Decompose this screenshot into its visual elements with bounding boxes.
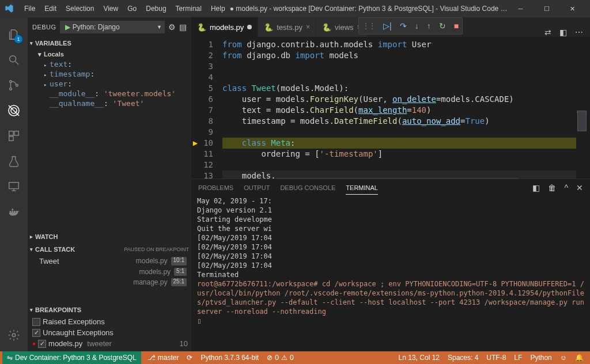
activity-debug-icon[interactable] xyxy=(0,98,28,123)
callstack-frame[interactable]: Tweetmodels.py10:1 xyxy=(28,256,191,267)
window-maximize-icon[interactable]: ☐ xyxy=(534,0,559,17)
status-spaces[interactable]: Spaces: 4 xyxy=(444,354,482,362)
terminal-kill-icon[interactable]: 🗑 xyxy=(548,183,556,192)
status-problems[interactable]: ⊘0⚠0 xyxy=(263,354,297,362)
breakpoints-section-header[interactable]: ▾BREAKPOINTS xyxy=(28,304,191,316)
debug-settings-icon[interactable]: ⚙ xyxy=(168,22,176,32)
status-bell[interactable]: 🔔 xyxy=(571,354,588,362)
menu-terminal[interactable]: Terminal xyxy=(171,5,206,13)
status-sync[interactable]: ⟳ xyxy=(183,354,196,362)
activity-settings-icon[interactable] xyxy=(0,323,28,348)
debug-toolbar[interactable]: ⋮⋮ ▷| ↷ ↓ ↑ ↻ ■ xyxy=(358,17,463,35)
split-editor-icon[interactable]: ◧ xyxy=(559,28,567,37)
menu-edit[interactable]: Edit xyxy=(40,5,61,13)
compare-icon[interactable]: ⇄ xyxy=(544,28,551,37)
panel-maximize-icon[interactable]: ^ xyxy=(564,183,568,192)
variable-row[interactable]: ▸timestamp: xyxy=(28,69,191,79)
variable-row[interactable]: __module__: 'tweeter.models' xyxy=(28,89,191,98)
panel-tab[interactable]: DEBUG CONSOLE xyxy=(280,182,335,194)
drag-handle-icon[interactable]: ⋮⋮ xyxy=(362,22,375,30)
minimap[interactable] xyxy=(576,37,590,179)
debug-title: DEBUG xyxy=(32,24,56,31)
python-file-icon: 🐍 xyxy=(197,23,206,32)
terminal-split-icon[interactable]: ◧ xyxy=(532,183,540,192)
status-branch[interactable]: ⎇master xyxy=(143,354,183,362)
editor-tab[interactable]: 🐍models.py xyxy=(191,17,258,37)
debug-console-icon[interactable]: ▤ xyxy=(179,22,187,32)
chevron-down-icon: ▼ xyxy=(157,24,162,30)
activity-scm-icon[interactable] xyxy=(0,73,28,98)
window-close-icon[interactable]: ✕ xyxy=(559,0,585,17)
menu-go[interactable]: Go xyxy=(123,5,141,13)
python-file-icon: 🐍 xyxy=(264,23,273,32)
callstack-label: CALL STACK xyxy=(35,246,75,253)
status-encoding[interactable]: UTF-8 xyxy=(482,354,510,362)
activity-remote-icon[interactable] xyxy=(0,174,28,199)
watch-section-header[interactable]: ▸WATCH xyxy=(28,230,191,243)
panel-tab[interactable]: OUTPUT xyxy=(244,182,270,194)
callstack-frame[interactable]: manage.py25:1 xyxy=(28,277,191,287)
dirty-indicator-icon xyxy=(247,25,252,29)
continue-icon[interactable]: ▷| xyxy=(383,21,392,31)
step-into-icon[interactable]: ↓ xyxy=(415,21,419,31)
variable-row[interactable]: ▸text: xyxy=(28,59,191,69)
panel-tab[interactable]: PROBLEMS xyxy=(198,182,233,194)
branch-icon: ⎇ xyxy=(148,354,156,362)
vscode-logo-icon xyxy=(5,4,14,13)
menu-debug[interactable]: Debug xyxy=(141,5,171,13)
activity-test-icon[interactable] xyxy=(0,149,28,174)
panel-tab[interactable]: TERMINAL xyxy=(346,182,378,194)
activity-extensions-icon[interactable] xyxy=(0,123,28,149)
breakpoint-row[interactable]: ●models.pytweeter10 xyxy=(28,338,191,349)
breakpoint-row[interactable]: Uncaught Exceptions xyxy=(28,327,191,338)
variables-section-header[interactable]: ▾VARIABLES xyxy=(28,37,191,50)
svg-point-14 xyxy=(12,333,16,337)
menu-selection[interactable]: Selection xyxy=(61,5,99,13)
status-eol[interactable]: LF xyxy=(510,354,526,362)
svg-point-1 xyxy=(10,81,12,83)
callstack-frame[interactable]: models.py5:1 xyxy=(28,267,191,277)
callstack-section-header[interactable]: ▾CALL STACKPAUSED ON BREAKPOINT xyxy=(28,243,191,256)
breakpoints-label: BREAKPOINTS xyxy=(35,306,81,313)
step-out-icon[interactable]: ↑ xyxy=(427,21,431,31)
restart-icon[interactable]: ↻ xyxy=(439,21,446,31)
breakpoint-row[interactable]: Raised Exceptions xyxy=(28,316,191,327)
panel-close-icon[interactable]: ✕ xyxy=(576,183,583,192)
status-remote[interactable]: ⇋Dev Container: Python 3 & PostgreSQL xyxy=(2,351,141,364)
terminal-output[interactable]: May 02, 2019 - 17: Django version 2.1 St… xyxy=(191,196,590,351)
locals-header[interactable]: ▾Locals xyxy=(28,50,191,59)
status-feedback[interactable]: ☺ xyxy=(556,354,571,362)
stop-icon[interactable]: ■ xyxy=(454,21,459,31)
debug-config-dropdown[interactable]: ▶ Python: Django ▼ xyxy=(60,21,165,33)
status-language[interactable]: Python xyxy=(526,354,555,362)
close-tab-icon[interactable]: × xyxy=(306,23,310,31)
checkbox[interactable] xyxy=(32,318,40,326)
code-editor[interactable]: 12345678910111213 from django.contrib.au… xyxy=(191,37,590,179)
variables-label: VARIABLES xyxy=(35,40,71,47)
svg-rect-11 xyxy=(12,211,13,213)
variable-row[interactable]: __qualname__: 'Tweet' xyxy=(28,98,191,108)
variable-row[interactable]: ▸user: xyxy=(28,79,191,89)
activity-docker-icon[interactable] xyxy=(0,199,28,225)
menu-help[interactable]: Help xyxy=(206,5,230,13)
status-bar: ⇋Dev Container: Python 3 & PostgreSQL ⎇m… xyxy=(0,351,590,364)
completion-popup[interactable]: ◆Aggregateⓘ{}aggregates[≡]aggregates_all… xyxy=(276,178,518,179)
window-minimize-icon[interactable]: ─ xyxy=(508,0,534,17)
callstack-status: PAUSED ON BREAKPOINT xyxy=(124,247,189,252)
more-icon[interactable]: ⋯ xyxy=(575,28,583,37)
activity-search-icon[interactable] xyxy=(0,47,28,73)
svg-rect-6 xyxy=(9,131,13,135)
menu-file[interactable]: File xyxy=(20,5,40,13)
status-python[interactable]: Python 3.7.3 64-bit xyxy=(196,354,263,362)
menu-view[interactable]: View xyxy=(99,5,123,13)
step-over-icon[interactable]: ↷ xyxy=(400,21,407,31)
checkbox[interactable] xyxy=(38,340,46,348)
editor-tab[interactable]: 🐍tests.py× xyxy=(258,17,316,37)
explorer-badge: 1 xyxy=(14,35,22,43)
checkbox[interactable] xyxy=(32,329,40,337)
play-icon: ▶ xyxy=(65,23,70,31)
status-cursor[interactable]: Ln 13, Col 12 xyxy=(395,354,444,362)
svg-point-2 xyxy=(10,88,12,90)
activity-explorer-icon[interactable]: 1 xyxy=(0,22,28,47)
window-title: ● models.py - workspace [Dev Container: … xyxy=(230,5,508,13)
